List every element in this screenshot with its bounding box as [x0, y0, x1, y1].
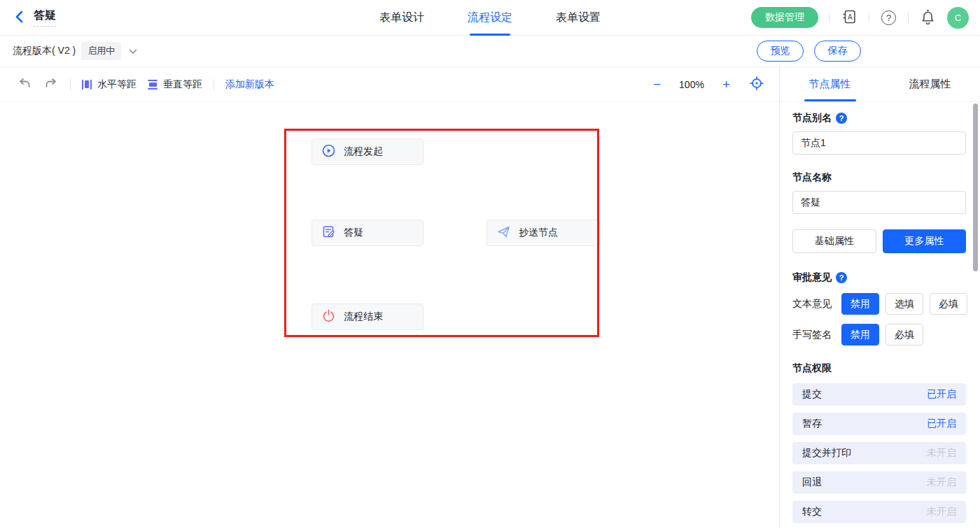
crosshair-target-icon	[750, 76, 764, 92]
flow-canvas[interactable]: 流程发起 答疑	[0, 102, 779, 528]
tab-node-properties[interactable]: 节点属性	[780, 67, 880, 101]
signature-label: 手写签名	[792, 329, 841, 341]
node-alias-input[interactable]	[792, 131, 966, 155]
properties-panel: 节点属性 流程属性 节点别名 ? 节点名称 基础属性 更多属性	[780, 67, 980, 528]
data-manage-button[interactable]: 数据管理	[751, 7, 818, 28]
version-dropdown-button[interactable]	[127, 45, 139, 58]
permission-row-save-draft[interactable]: 暂存 已开启	[792, 413, 966, 435]
fit-view-button[interactable]	[748, 75, 765, 94]
flow-node-label: 流程结束	[344, 311, 383, 323]
preview-button[interactable]: 预览	[757, 41, 804, 62]
zoom-level: 100%	[679, 79, 704, 90]
tab-flow-settings[interactable]: 流程设定	[468, 0, 512, 36]
text-opinion-options: 禁用 选填 必填	[841, 293, 967, 315]
page-title: 答疑	[34, 8, 56, 27]
tab-flow-properties[interactable]: 流程属性	[880, 67, 980, 101]
flow-node-label: 答疑	[344, 227, 363, 239]
node-alias-label-row: 节点别名 ?	[792, 112, 966, 124]
flow-node-label: 抄送节点	[519, 227, 558, 239]
distribute-vertical-button[interactable]: 垂直等距	[148, 78, 202, 91]
redo-icon	[45, 78, 57, 91]
divider	[214, 79, 214, 90]
main-area: 水平等距 垂直等距 添加新版本 − 100% +	[0, 67, 980, 528]
approval-section-row: 审批意见 ?	[792, 271, 966, 284]
version-label: 流程版本( V2 )	[13, 45, 76, 57]
signature-row: 手写签名 禁用 必填	[792, 324, 966, 345]
flow-node-label: 流程发起	[344, 145, 383, 158]
signature-required-button[interactable]: 必填	[886, 324, 923, 345]
contacts-button[interactable]: A	[840, 8, 858, 28]
question-circle-icon: ?	[881, 10, 896, 25]
version-bar: 流程版本( V2 ) 启用中 预览 保存	[0, 36, 980, 67]
permission-status: 未开启	[927, 506, 956, 518]
bell-icon	[920, 9, 935, 27]
canvas-column: 水平等距 垂直等距 添加新版本 − 100% +	[0, 67, 780, 528]
add-version-button[interactable]: 添加新版本	[225, 78, 274, 91]
edit-document-icon	[322, 225, 335, 241]
flow-node-end[interactable]: 流程结束	[312, 304, 424, 330]
distribute-horizontal-label: 水平等距	[97, 78, 136, 91]
node-name-label-row: 节点名称	[792, 171, 966, 184]
paper-plane-icon	[497, 225, 510, 241]
distribute-vertical-label: 垂直等距	[163, 78, 202, 91]
chevron-down-icon	[129, 46, 137, 57]
zoom-controls: − 100% +	[653, 75, 765, 94]
flow-node-cc[interactable]: 抄送节点	[486, 220, 600, 246]
basic-properties-button[interactable]: 基础属性	[792, 229, 876, 253]
help-question-icon[interactable]: ?	[836, 272, 847, 283]
distribute-vertical-icon	[148, 80, 158, 90]
back-button[interactable]	[11, 8, 28, 28]
help-question-icon[interactable]: ?	[836, 113, 847, 124]
permission-row-submit-print[interactable]: 提交并打印 未开启	[792, 442, 966, 464]
panel-scrollbar-thumb[interactable]	[973, 104, 978, 271]
signature-disable-button[interactable]: 禁用	[841, 324, 879, 345]
version-actions: 预览 保存	[757, 41, 861, 62]
approval-section-label: 审批意见	[792, 271, 832, 284]
text-opinion-optional-button[interactable]: 选填	[886, 293, 923, 315]
power-icon	[322, 309, 335, 324]
node-name-input[interactable]	[792, 191, 966, 214]
node-name-label: 节点名称	[792, 171, 832, 184]
text-opinion-required-button[interactable]: 必填	[930, 293, 967, 315]
permission-status: 未开启	[927, 476, 956, 489]
flow-node-answer[interactable]: 答疑	[312, 220, 424, 246]
permission-status: 已开启	[927, 388, 956, 401]
permission-name: 暂存	[802, 418, 822, 430]
flow-connectors	[0, 102, 210, 207]
notifications-button[interactable]	[919, 8, 937, 28]
permission-row-transfer[interactable]: 转交 未开启	[792, 501, 966, 523]
permissions-section-label: 节点权限	[792, 362, 832, 375]
property-mode-buttons: 基础属性 更多属性	[792, 229, 966, 253]
svg-text:A: A	[848, 13, 853, 21]
signature-options: 禁用 必填	[841, 324, 923, 345]
undo-icon	[18, 78, 31, 91]
help-button[interactable]: ?	[880, 9, 897, 27]
panel-body: 节点别名 ? 节点名称 基础属性 更多属性 审批意见 ? 文本意见	[780, 102, 980, 528]
flow-node-start[interactable]: 流程发起	[312, 138, 424, 165]
more-properties-button[interactable]: 更多属性	[883, 229, 967, 253]
play-circle-icon	[322, 144, 335, 159]
permission-row-submit[interactable]: 提交 已开启	[792, 383, 966, 406]
text-opinion-disable-button[interactable]: 禁用	[841, 293, 879, 315]
text-opinion-row: 文本意见 禁用 选填 必填	[792, 293, 966, 315]
tab-form-config[interactable]: 表单设置	[556, 0, 601, 36]
divider	[908, 13, 909, 22]
permission-row-rollback[interactable]: 回退 未开启	[792, 471, 966, 494]
permission-status: 未开启	[927, 447, 956, 459]
permission-name: 回退	[802, 476, 822, 489]
address-book-icon: A	[841, 9, 857, 27]
distribute-horizontal-icon	[82, 80, 92, 90]
tab-form-design[interactable]: 表单设计	[379, 0, 424, 36]
zoom-out-button[interactable]: −	[653, 78, 661, 91]
user-avatar[interactable]: C	[947, 7, 969, 29]
redo-button[interactable]	[43, 76, 59, 92]
chevron-left-icon	[14, 10, 25, 25]
permission-name: 提交并打印	[802, 447, 851, 459]
zoom-in-button[interactable]: +	[722, 78, 730, 91]
distribute-horizontal-button[interactable]: 水平等距	[82, 78, 136, 91]
save-button[interactable]: 保存	[814, 41, 861, 62]
undo-button[interactable]	[17, 76, 32, 92]
permission-name: 提交	[802, 388, 822, 401]
top-header: 答疑 表单设计 流程设定 表单设置 数据管理 A	[0, 0, 980, 36]
header-tabs: 表单设计 流程设定 表单设置	[379, 0, 601, 36]
